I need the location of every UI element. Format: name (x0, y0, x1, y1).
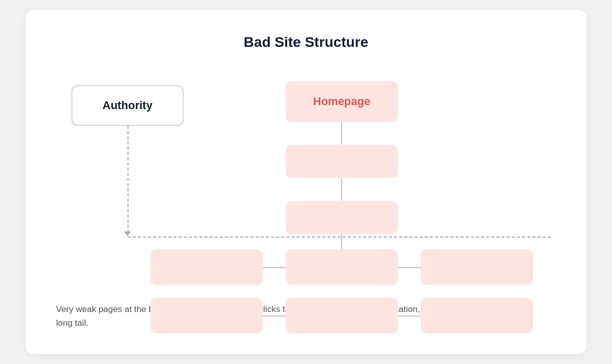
card: Bad Site Structure Authority Homepage (26, 10, 586, 354)
h-connector-level5-left (263, 316, 286, 317)
diagram-area: Authority Homepage (56, 71, 556, 290)
h-connector-left (263, 267, 286, 268)
level4-box-right (421, 249, 533, 285)
dashed-horizontal-line (128, 237, 551, 238)
level5-box-left (150, 298, 263, 333)
connector-line-2 (341, 178, 342, 201)
level4-box-center (286, 249, 398, 285)
level3-box1 (286, 201, 398, 234)
level4-box-left (150, 249, 263, 285)
homepage-label: Homepage (313, 95, 370, 108)
arrow-down-icon (124, 231, 131, 236)
h-connector-level5-right (398, 316, 421, 317)
h-connector-right (398, 267, 421, 268)
authority-box: Authority (71, 85, 184, 126)
authority-label: Authority (103, 99, 152, 112)
authority-vertical-line (128, 126, 129, 233)
level5-box-center (286, 298, 398, 333)
page-title: Bad Site Structure (56, 34, 556, 50)
homepage-box: Homepage (286, 81, 398, 122)
level2-box1 (286, 145, 398, 178)
connector-line-1 (341, 122, 342, 145)
level5-box-right (421, 298, 533, 333)
